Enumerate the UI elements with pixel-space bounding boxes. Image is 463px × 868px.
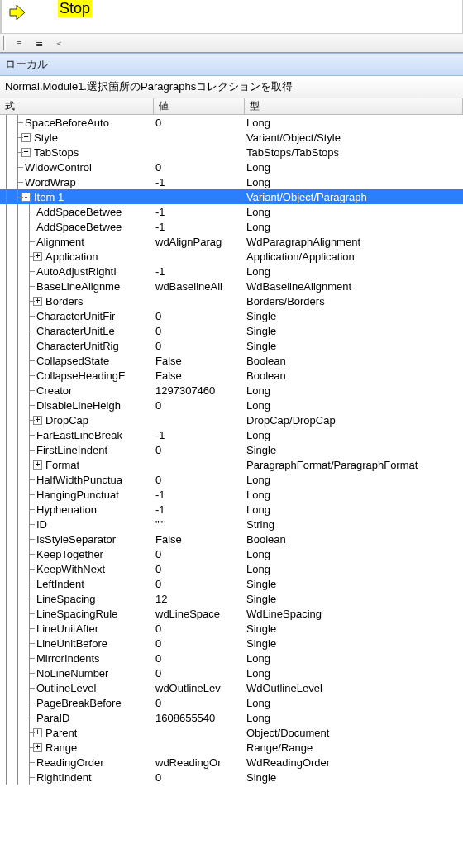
type-cell: Borders/Borders bbox=[245, 295, 463, 308]
property-name: LeftIndent bbox=[35, 578, 84, 590]
expr-cell: KeepWithNext bbox=[0, 561, 154, 576]
property-name: Hyphenation bbox=[35, 503, 97, 516]
tree-row[interactable]: LeftIndent0Single bbox=[0, 576, 463, 591]
expr-cell: WordWrap bbox=[0, 174, 154, 189]
expr-cell: LineSpacing bbox=[0, 591, 154, 606]
tree-row[interactable]: Hyphenation-1Long bbox=[0, 502, 463, 517]
tree-row[interactable]: CharacterUnitFir0Single bbox=[0, 308, 463, 323]
type-cell: Long bbox=[245, 548, 463, 560]
property-name: CharacterUnitLe bbox=[35, 325, 115, 337]
tree-row[interactable]: ID""String bbox=[0, 517, 463, 532]
property-name: FarEastLineBreak bbox=[35, 429, 122, 441]
tree-row[interactable]: OutlineLevelwdOutlineLevWdOutlineLevel bbox=[0, 680, 463, 695]
expr-cell: MirrorIndents bbox=[0, 651, 154, 665]
col-header-expression[interactable]: 式 bbox=[0, 98, 154, 114]
tree-row[interactable]: LineSpacingRulewdLineSpaceWdLineSpacing bbox=[0, 606, 463, 621]
tree-gutter bbox=[0, 442, 35, 457]
expr-cell: ParaID bbox=[0, 710, 154, 725]
col-header-type[interactable]: 型 bbox=[245, 98, 463, 114]
value-cell: 0 bbox=[154, 310, 245, 322]
column-headers: 式 値 型 bbox=[0, 98, 463, 115]
tree-gutter bbox=[0, 472, 35, 487]
property-name: OutlineLevel bbox=[35, 682, 96, 694]
type-cell: Single bbox=[245, 340, 463, 352]
tree-row[interactable]: ParaID1608655540Long bbox=[0, 710, 463, 725]
property-name: AutoAdjustRightI bbox=[35, 265, 117, 278]
tree-row[interactable]: +BordersBorders/Borders bbox=[0, 293, 463, 308]
expr-cell: +Borders bbox=[0, 293, 154, 308]
property-name: AddSpaceBetwee bbox=[35, 206, 122, 218]
property-name: ReadingOrder bbox=[35, 756, 104, 769]
tree-row[interactable]: +ApplicationApplication/Application bbox=[0, 249, 463, 264]
value-cell: "" bbox=[154, 518, 245, 531]
property-name: AddSpaceBetwee bbox=[35, 221, 122, 233]
property-name: Parent bbox=[44, 727, 77, 739]
tree-row[interactable]: CharacterUnitRig0Single bbox=[0, 338, 463, 353]
value-cell: 0 bbox=[154, 340, 245, 352]
tree-row[interactable]: +FormatParagraphFormat/ParagraphFormat bbox=[0, 457, 463, 472]
locals-tree[interactable]: SpaceBeforeAuto0Long+StyleVariant/Object… bbox=[0, 115, 463, 785]
expr-cell: PageBreakBefore bbox=[0, 695, 154, 710]
tree-row[interactable]: FirstLineIndent0Single bbox=[0, 442, 463, 457]
tree-row[interactable]: SpaceBeforeAuto0Long bbox=[0, 115, 463, 130]
tree-row[interactable]: WidowControl0Long bbox=[0, 160, 463, 174]
property-name: CharacterUnitRig bbox=[35, 340, 119, 352]
tree-row[interactable]: AddSpaceBetwee-1Long bbox=[0, 204, 463, 219]
toolbar: ≡ ≣ ＜ bbox=[0, 33, 463, 53]
tree-row[interactable]: CollapseHeadingEFalseBoolean bbox=[0, 368, 463, 383]
tree-row[interactable]: KeepWithNext0Long bbox=[0, 561, 463, 576]
tree-row[interactable]: DisableLineHeigh0Long bbox=[0, 398, 463, 413]
value-cell: 0 bbox=[154, 622, 245, 635]
tree-row[interactable]: HalfWidthPunctua0Long bbox=[0, 472, 463, 487]
type-cell: WdOutlineLevel bbox=[245, 682, 463, 694]
tree-row[interactable]: IsStyleSeparatorFalseBoolean bbox=[0, 532, 463, 546]
tree-gutter bbox=[0, 308, 35, 323]
type-cell: Long bbox=[245, 652, 463, 665]
tree-row[interactable]: Creator1297307460Long bbox=[0, 383, 463, 398]
type-cell: Long bbox=[245, 161, 463, 174]
type-cell: WdBaselineAlignment bbox=[245, 280, 463, 293]
toolbar-btn-2[interactable]: ≣ bbox=[31, 36, 47, 50]
tree-row[interactable]: -Item 1Variant/Object/Paragraph bbox=[0, 189, 463, 204]
tree-row[interactable]: MirrorIndents0Long bbox=[0, 651, 463, 665]
expr-cell: WidowControl bbox=[0, 160, 154, 174]
tree-row[interactable]: +TabStopsTabStops/TabStops bbox=[0, 145, 463, 160]
tree-gutter bbox=[0, 636, 35, 651]
tree-row[interactable]: +RangeRange/Range bbox=[0, 740, 463, 755]
toolbar-btn-1[interactable]: ≡ bbox=[11, 36, 27, 50]
tree-row[interactable]: FarEastLineBreak-1Long bbox=[0, 427, 463, 442]
col-header-value[interactable]: 値 bbox=[154, 98, 245, 114]
tree-row[interactable]: +StyleVariant/Object/Style bbox=[0, 130, 463, 145]
tree-row[interactable]: PageBreakBefore0Long bbox=[0, 695, 463, 710]
tree-row[interactable]: LineSpacing12Single bbox=[0, 591, 463, 606]
tree-row[interactable]: KeepTogether0Long bbox=[0, 546, 463, 561]
property-name: PageBreakBefore bbox=[35, 697, 122, 709]
expr-cell: CharacterUnitFir bbox=[0, 308, 154, 323]
expr-cell: HalfWidthPunctua bbox=[0, 472, 154, 487]
tree-row[interactable]: CharacterUnitLe0Single bbox=[0, 323, 463, 338]
tree-row[interactable]: +ParentObject/Document bbox=[0, 725, 463, 740]
type-cell: Long bbox=[245, 489, 463, 501]
tree-gutter bbox=[0, 368, 35, 383]
tree-row[interactable]: BaseLineAlignmewdBaselineAliWdBaselineAl… bbox=[0, 279, 463, 293]
tree-gutter bbox=[0, 279, 35, 293]
tree-row[interactable]: +DropCapDropCap/DropCap bbox=[0, 413, 463, 427]
tree-row[interactable]: HangingPunctuat-1Long bbox=[0, 487, 463, 502]
tree-row[interactable]: AlignmentwdAlignParagWdParagraphAlignmen… bbox=[0, 234, 463, 249]
toolbar-btn-3[interactable]: ＜ bbox=[50, 36, 67, 50]
tree-row[interactable]: ReadingOrderwdReadingOrWdReadingOrder bbox=[0, 755, 463, 770]
type-cell: Long bbox=[245, 712, 463, 724]
value-cell: -1 bbox=[154, 265, 245, 278]
tree-row[interactable]: WordWrap-1Long bbox=[0, 174, 463, 189]
tree-row[interactable]: RightIndent0Single bbox=[0, 770, 463, 785]
value-cell: False bbox=[154, 370, 245, 382]
tree-row[interactable]: LineUnitAfter0Single bbox=[0, 621, 463, 636]
tree-row[interactable]: LineUnitBefore0Single bbox=[0, 636, 463, 651]
tree-row[interactable]: AutoAdjustRightI-1Long bbox=[0, 264, 463, 279]
tree-row[interactable]: CollapsedStateFalseBoolean bbox=[0, 353, 463, 368]
tree-gutter bbox=[0, 264, 35, 279]
code-margin: Stop bbox=[0, 0, 463, 33]
property-name: CharacterUnitFir bbox=[35, 310, 115, 322]
tree-row[interactable]: AddSpaceBetwee-1Long bbox=[0, 219, 463, 234]
tree-row[interactable]: NoLineNumber0Long bbox=[0, 665, 463, 680]
